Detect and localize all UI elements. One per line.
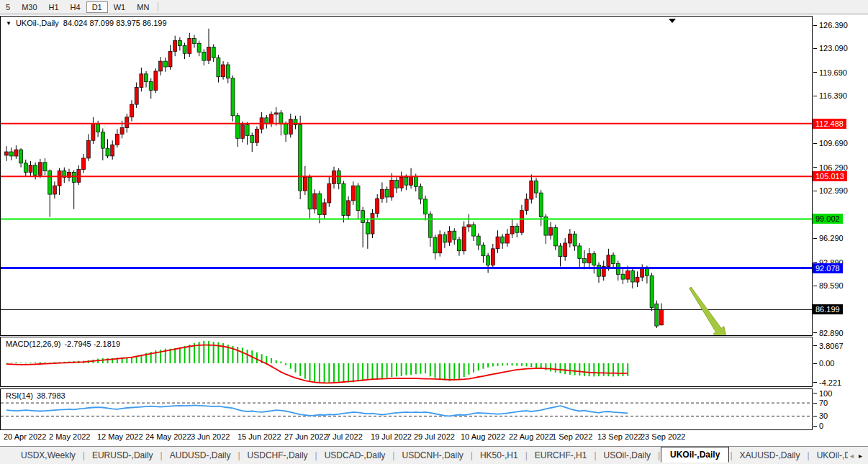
tick-mark <box>813 393 817 394</box>
price-level-tag-86.199: 86.199 <box>813 304 843 314</box>
tick-mark <box>813 238 817 239</box>
chart-ohlc-values: 84.024 87.099 83.975 86.199 <box>63 19 167 27</box>
rsi-axis-tick: 70 <box>813 399 828 407</box>
date-label: 27 Jun 2022 <box>284 432 328 441</box>
rsi-name: RSI(14) <box>6 391 33 400</box>
date-label: 29 Jul 2022 <box>414 432 455 441</box>
date-label: 24 May 2022 <box>145 432 191 441</box>
tick-mark <box>813 167 817 168</box>
macd-indicator-pane[interactable]: MACD(12,26,9) -2.7945 -2.1819 <box>0 337 813 387</box>
tick-mark <box>813 48 817 49</box>
timeframe-button-M30[interactable]: M30 <box>16 1 42 13</box>
date-label: 19 Jul 2022 <box>371 432 412 441</box>
timeframe-button-D1[interactable]: D1 <box>86 1 108 13</box>
tab-audusd-daily[interactable]: AUDUSD-,Daily <box>163 448 238 463</box>
tick-mark <box>813 96 817 96</box>
trading-terminal-window: 5M30H1H4D1W1MN ▼ UKOil-,Daily 84.024 87.… <box>0 0 868 464</box>
macd-chart-canvas[interactable] <box>1 337 812 386</box>
tab-separator: | <box>238 450 240 460</box>
tab-scroll-right-icon[interactable]: ▸ <box>859 452 862 460</box>
candlestick-chart-canvas[interactable] <box>1 17 812 335</box>
main-chart-pane[interactable] <box>0 16 813 336</box>
tab-separator: | <box>471 450 473 460</box>
macd-values: -2.7945 -2.1819 <box>64 340 120 348</box>
tick-mark <box>813 382 817 383</box>
timeframe-button-H1[interactable]: H1 <box>43 1 65 13</box>
date-label: 7 Jul 2022 <box>326 432 363 441</box>
tick-mark <box>813 72 817 73</box>
tick-mark <box>813 143 817 144</box>
tick-mark <box>813 363 817 364</box>
toolbar-separator <box>158 2 158 12</box>
tick-mark <box>813 416 817 417</box>
chart-dropdown-icon[interactable]: ▼ <box>6 19 12 27</box>
price-axis-tick: 123.090 <box>813 44 848 53</box>
date-label: 12 May 2022 <box>97 432 143 441</box>
tab-eurchf-h1[interactable]: EURCHF-,H1 <box>528 448 594 463</box>
price-axis-tick: 126.390 <box>813 21 848 29</box>
chart-title: ▼ UKOil-,Daily 84.024 87.099 83.975 86.1… <box>6 19 167 27</box>
macd-axis-tick: -4.221 <box>813 378 841 387</box>
tick-mark <box>813 332 817 333</box>
tab-eurusd-daily[interactable]: EURUSD-,Daily <box>86 448 160 463</box>
tick-mark <box>813 286 817 286</box>
price-axis-tick: 109.690 <box>813 139 848 147</box>
date-label: 20 Apr 2022 <box>4 432 46 441</box>
timeframe-button-H4[interactable]: H4 <box>65 1 86 13</box>
timeframe-button-5[interactable]: 5 <box>0 1 16 13</box>
macd-axis-tick: 3.8067 <box>813 342 844 350</box>
timeframe-button-MN[interactable]: MN <box>131 1 155 13</box>
price-axis-tick: 96.290 <box>813 234 844 242</box>
rsi-axis-tick: 0 <box>813 422 823 430</box>
tab-separator: | <box>730 450 732 460</box>
tick-mark <box>813 345 817 346</box>
tab-separator: | <box>315 450 317 460</box>
macd-label: MACD(12,26,9) -2.7945 -2.1819 <box>6 340 120 348</box>
date-label: 2 May 2022 <box>49 432 90 441</box>
date-label: 15 Jun 2022 <box>238 432 281 441</box>
rsi-axis-tick: 100 <box>813 389 832 398</box>
macd-name: MACD(12,26,9) <box>6 340 60 348</box>
chart-symbol-label: UKOil-,Daily <box>16 19 59 27</box>
tab-usdcnh-daily[interactable]: USDCNH-,Daily <box>395 448 469 463</box>
tab-hk50-h1[interactable]: HK50-,H1 <box>474 448 525 463</box>
date-label: 23 Sep 2022 <box>641 432 685 441</box>
price-axis-tick: 89.590 <box>813 281 844 290</box>
price-axis-tick: 119.690 <box>813 68 847 77</box>
tick-mark <box>813 25 817 26</box>
rsi-chart-canvas[interactable] <box>1 389 812 429</box>
rsi-axis-tick: 30 <box>813 411 828 420</box>
date-label: 10 Aug 2022 <box>461 432 505 441</box>
tab-xauusd-daily[interactable]: XAUUSD-,Daily <box>733 448 807 463</box>
tab-separator: | <box>83 450 85 460</box>
timeframe-button-W1[interactable]: W1 <box>108 1 132 13</box>
date-label: 3 Jun 2022 <box>191 432 230 441</box>
date-label: 22 Aug 2022 <box>509 432 553 441</box>
tick-mark <box>813 191 817 191</box>
price-axis-tick: 106.290 <box>813 163 848 172</box>
tab-usdcad-daily[interactable]: USDCAD-,Daily <box>318 448 392 463</box>
rsi-label: RSI(14) 38.7983 <box>6 391 65 400</box>
tab-ukoil-daily[interactable]: UKOil-,Daily <box>661 447 729 463</box>
macd-axis-tick: 0.00 <box>813 359 834 368</box>
tab-scroll-left-icon[interactable]: ◂ <box>850 452 854 460</box>
tab-usoil-daily[interactable]: USOil-,Daily <box>597 448 657 463</box>
tab-separator: | <box>392 450 394 460</box>
tab-scroll-controls: ◂ ▸ <box>848 447 864 464</box>
tab-usdchf-daily[interactable]: USDCHF-,Daily <box>241 448 315 463</box>
rsi-indicator-pane[interactable]: RSI(14) 38.7983 <box>0 388 813 430</box>
tab-usdx-weekly[interactable]: USDX,Weekly <box>14 448 82 463</box>
symbol-tabbar: USDX,Weekly|EURUSD-,Daily|AUDUSD-,Daily|… <box>0 446 868 464</box>
price-level-tag-112.488: 112.488 <box>813 119 846 129</box>
tick-mark <box>813 426 817 427</box>
price-level-tag-99.002: 99.002 <box>813 214 843 224</box>
rsi-value: 38.7983 <box>37 391 65 400</box>
tab-separator: | <box>808 450 810 460</box>
price-axis-tick: 116.390 <box>813 91 847 100</box>
price-axis-tick: 82.890 <box>813 329 844 337</box>
tab-separator: | <box>594 450 596 460</box>
tick-mark <box>813 403 817 404</box>
date-label: 1 Sep 2022 <box>552 432 592 441</box>
date-label: 13 Sep 2022 <box>597 432 642 441</box>
price-level-tag-105.013: 105.013 <box>813 171 847 181</box>
